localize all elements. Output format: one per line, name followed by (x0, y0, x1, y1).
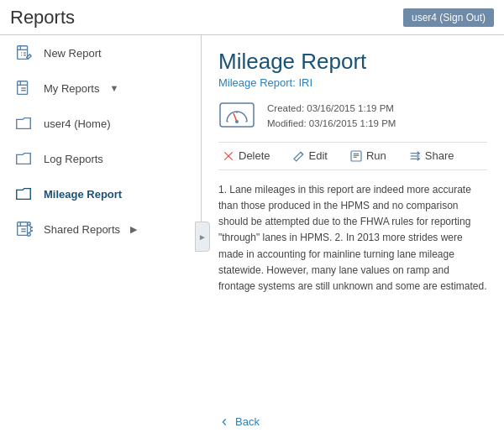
back-label: Back (235, 415, 260, 428)
edit-icon (292, 149, 306, 163)
meta-text: Created: 03/16/2015 1:19 PM Modified: 03… (267, 101, 396, 132)
sidebar-collapse-handle[interactable]: ► (195, 222, 210, 252)
created-text: Created: 03/16/2015 1:19 PM (267, 101, 396, 116)
svg-point-17 (28, 222, 31, 226)
sidebar-item-user4-home[interactable]: user4 (Home) (0, 106, 201, 141)
content-area: Mileage Report Mileage Report: IRI Creat… (202, 35, 504, 438)
modified-text: Modified: 03/16/2015 1:19 PM (267, 116, 396, 131)
run-icon (349, 149, 363, 163)
sidebar-item-log-reports[interactable]: Log Reports (0, 141, 201, 176)
sidebar-item-shared-reports-label: Shared Reports (44, 223, 120, 236)
edit-label: Edit (309, 149, 328, 162)
speedometer-icon (218, 102, 255, 130)
sidebar-item-log-reports-label: Log Reports (44, 153, 103, 165)
folder-icon-home (12, 114, 35, 133)
sidebar-item-shared-reports[interactable]: Shared Reports ▶ (0, 211, 201, 247)
sidebar-wrapper: New Report My Reports ▼ user4 (Home) (0, 35, 202, 438)
report-description: 1. Lane mileages in this report are inde… (218, 182, 487, 295)
svg-point-19 (30, 227, 33, 231)
my-reports-icon (12, 79, 35, 97)
shared-reports-arrow: ▶ (130, 224, 137, 235)
delete-label: Delete (239, 149, 270, 162)
back-arrow-icon (218, 416, 230, 428)
delete-button[interactable]: Delete (218, 148, 274, 164)
sign-out-button[interactable]: user4 (Sign Out) (403, 8, 494, 27)
sidebar-item-new-report[interactable]: New Report (0, 35, 201, 70)
svg-point-24 (235, 120, 239, 123)
content-title: Mileage Report (218, 49, 487, 75)
content-subtitle: Mileage Report: IRI (218, 76, 487, 89)
my-reports-arrow: ▼ (109, 83, 118, 93)
svg-point-18 (28, 233, 31, 237)
edit-button[interactable]: Edit (289, 148, 331, 164)
actions-row: Delete Edit Run (218, 142, 487, 170)
svg-rect-0 (18, 46, 28, 60)
app-header: Reports user4 (Sign Out) (0, 0, 504, 35)
svg-rect-31 (351, 151, 361, 161)
sidebar-item-my-reports-label: My Reports (44, 82, 99, 95)
meta-section: Created: 03/16/2015 1:19 PM Modified: 03… (218, 101, 487, 132)
sidebar-item-mileage-report-label: Mileage Report (44, 188, 122, 201)
sidebar: New Report My Reports ▼ user4 (Home) (0, 35, 202, 247)
sidebar-item-my-reports[interactable]: My Reports ▼ (0, 70, 201, 106)
folder-icon-log (12, 149, 35, 168)
new-report-icon (12, 44, 35, 62)
sidebar-item-mileage-report[interactable]: Mileage Report (0, 176, 201, 211)
back-section: Back (218, 415, 260, 428)
back-button[interactable]: Back (218, 415, 260, 428)
svg-line-30 (301, 152, 303, 154)
share-button[interactable]: Share (405, 148, 458, 164)
share-icon (408, 149, 422, 163)
share-label: Share (425, 149, 454, 162)
svg-line-21 (29, 231, 32, 233)
svg-line-20 (29, 225, 32, 227)
app-title: Reports (10, 7, 75, 29)
folder-icon-mileage (12, 185, 35, 203)
sidebar-item-user4-home-label: user4 (Home) (44, 117, 110, 130)
run-label: Run (366, 149, 386, 162)
shared-reports-icon (12, 220, 35, 238)
main-layout: New Report My Reports ▼ user4 (Home) (0, 35, 504, 438)
run-button[interactable]: Run (346, 148, 390, 164)
delete-icon (222, 149, 235, 163)
sidebar-item-new-report-label: New Report (44, 47, 102, 60)
